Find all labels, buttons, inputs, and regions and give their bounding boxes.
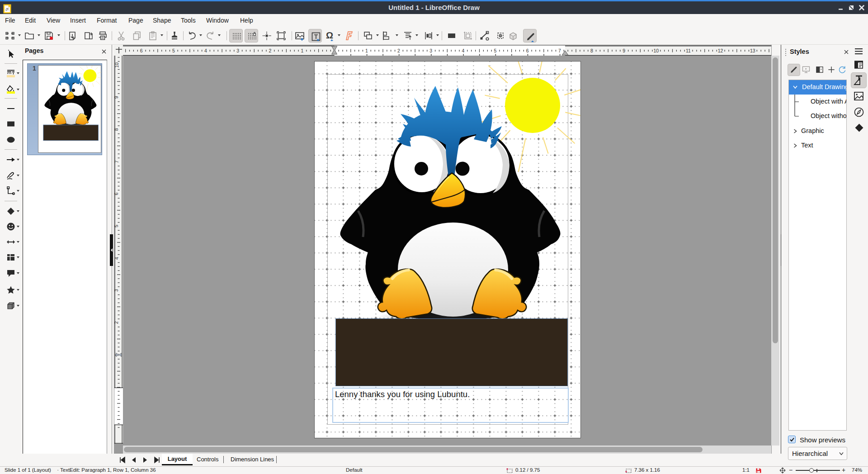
svg-text:11: 11 [686,48,691,53]
svg-text:6: 6 [114,193,119,195]
svg-text:13: 13 [750,48,755,53]
svg-text:10: 10 [114,62,119,68]
svg-text:5: 5 [172,48,175,53]
svg-text:3: 3 [236,48,239,53]
svg-text:12: 12 [718,48,723,53]
svg-text:3: 3 [114,289,119,292]
svg-text:2: 2 [397,48,400,53]
svg-text:3: 3 [429,48,432,53]
svg-text:10: 10 [653,48,659,53]
svg-text:7: 7 [114,160,119,163]
svg-text:5: 5 [114,225,119,228]
svg-text:9: 9 [114,96,119,99]
svg-text:1: 1 [365,48,368,53]
svg-text:Ω: Ω [326,30,333,40]
svg-text:1: 1 [301,48,303,53]
svg-text:7: 7 [558,48,561,53]
svg-text:4: 4 [204,48,207,53]
svg-text:8: 8 [590,48,593,53]
svg-text:8: 8 [114,128,119,131]
svg-text:5: 5 [494,48,497,53]
svg-text:6: 6 [140,48,143,53]
svg-text:2: 2 [114,321,119,324]
svg-text:6: 6 [526,48,529,53]
svg-text:9: 9 [623,48,625,53]
svg-text:4: 4 [462,48,464,53]
svg-text:4: 4 [114,257,119,260]
svg-text:2: 2 [269,48,271,53]
